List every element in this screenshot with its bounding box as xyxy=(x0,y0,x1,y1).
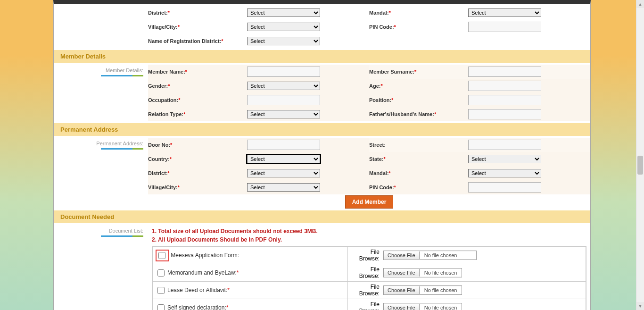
file-status: No file chosen xyxy=(420,304,462,310)
door-label: Door No:* xyxy=(148,142,247,148)
file-browse-label: File Browse: xyxy=(347,282,380,299)
file-input[interactable]: Choose FileNo file chosen xyxy=(383,268,462,277)
file-input[interactable]: Choose FileNo file chosen xyxy=(383,285,462,295)
district-select[interactable]: Select xyxy=(247,8,320,17)
age-label: Age:* xyxy=(369,83,468,89)
add-member-button[interactable]: Add Member xyxy=(345,195,394,209)
age-input[interactable] xyxy=(468,81,541,91)
mandal-label: Mandal:* xyxy=(369,10,468,16)
member-surname-label: Member Surname:* xyxy=(369,69,468,75)
regdist-select[interactable]: Select xyxy=(247,37,320,45)
village-select[interactable]: Select xyxy=(247,23,320,31)
occupation-label: Occupation:* xyxy=(148,97,247,103)
doc-row-name: Meeseva Application Form: xyxy=(152,246,347,264)
country-label: Country:* xyxy=(148,156,247,162)
member-surname-input[interactable] xyxy=(468,67,541,77)
scroll-up-arrow[interactable]: ▲ xyxy=(636,0,644,8)
member-side-col: Member Details: xyxy=(54,63,148,123)
relation-select[interactable]: Select xyxy=(247,110,320,118)
file-upload-cell: Choose FileNo file chosen xyxy=(380,299,586,310)
file-upload-cell: Choose FileNo file chosen xyxy=(380,246,586,264)
doc-needed-header: Document Needed xyxy=(54,210,590,223)
street-label: Street: xyxy=(369,142,468,148)
position-input[interactable] xyxy=(468,95,541,105)
perm-mandal-select[interactable]: Select xyxy=(468,169,541,177)
doc-row: Self signed declaration:*File Browse:Cho… xyxy=(152,299,586,310)
doc-row: Memorandum and ByeLaw:*File Browse:Choos… xyxy=(152,264,586,282)
member-details-header: Member Details xyxy=(54,50,590,63)
fathhus-label: Father's/Husband's Name:* xyxy=(369,111,468,117)
file-input[interactable]: Choose FileNo file chosen xyxy=(383,303,462,310)
perm-pin-input[interactable] xyxy=(468,182,541,193)
doc-checkbox[interactable] xyxy=(157,269,165,276)
regdist-label: Name of Registration District:* xyxy=(148,38,247,44)
member-name-label: Member Name:* xyxy=(148,69,247,75)
district-label: District:* xyxy=(148,10,247,16)
perm-district-select[interactable]: Select xyxy=(247,169,320,177)
perm-village-label: Village/City:* xyxy=(148,184,247,190)
perm-district-label: District:* xyxy=(148,170,247,176)
relation-label: Relation Type:* xyxy=(148,111,247,117)
occupation-input[interactable] xyxy=(247,95,320,105)
doc-checkbox[interactable] xyxy=(158,252,165,259)
doc-checkbox[interactable] xyxy=(157,304,165,310)
perm-mandal-label: Mandal:* xyxy=(369,170,468,176)
state-select[interactable]: Select xyxy=(468,155,541,163)
file-status: No file chosen xyxy=(420,286,462,294)
scrollbar[interactable]: ▲ ▼ xyxy=(636,0,644,310)
door-input[interactable] xyxy=(247,140,320,150)
file-browse-label: File Browse: xyxy=(347,246,380,264)
position-label: Position:* xyxy=(369,97,468,103)
scroll-thumb[interactable] xyxy=(637,156,643,175)
perm-address-header: Permanent Address xyxy=(54,123,590,136)
doc-table: Meeseva Application Form:File Browse:Cho… xyxy=(152,246,586,310)
choose-file-button[interactable]: Choose File xyxy=(384,251,420,259)
doc-note-2: 2. All Upload Documents Should be in PDF… xyxy=(152,236,586,243)
file-status: No file chosen xyxy=(420,251,476,259)
fathhus-input[interactable] xyxy=(468,109,541,119)
choose-file-button[interactable]: Choose File xyxy=(384,286,420,294)
pin-label: PIN Code:* xyxy=(369,24,468,30)
member-name-input[interactable] xyxy=(247,67,320,77)
state-label: State:* xyxy=(369,156,468,162)
mandal-select[interactable]: Select xyxy=(468,8,541,17)
file-browse-label: File Browse: xyxy=(347,299,380,310)
file-input[interactable]: Choose FileNo file chosen xyxy=(383,251,477,260)
doc-note-1: 1. Total size of all Upload Documents sh… xyxy=(152,228,586,235)
file-status: No file chosen xyxy=(420,269,462,276)
doc-checkbox-highlight xyxy=(156,250,169,261)
scroll-down-arrow[interactable]: ▼ xyxy=(636,302,644,310)
perm-village-select[interactable]: Select xyxy=(247,183,320,192)
choose-file-button[interactable]: Choose File xyxy=(384,304,420,310)
file-upload-cell: Choose FileNo file chosen xyxy=(380,264,586,282)
doc-row-name: Memorandum and ByeLaw:* xyxy=(152,264,347,282)
doc-row: Meeseva Application Form:File Browse:Cho… xyxy=(152,246,586,264)
perm-side-col: Permanent Address: xyxy=(54,136,148,210)
choose-file-button[interactable]: Choose File xyxy=(384,269,420,276)
gender-select[interactable]: Select xyxy=(247,82,320,90)
pin-input[interactable] xyxy=(468,22,541,32)
file-upload-cell: Choose FileNo file chosen xyxy=(380,282,586,299)
doc-row-name: Self signed declaration:* xyxy=(152,299,347,310)
perm-pin-label: PIN Code:* xyxy=(369,184,468,190)
doc-checkbox[interactable] xyxy=(157,287,165,294)
doc-side-col: Document List: xyxy=(54,223,148,310)
village-label: Village/City:* xyxy=(148,24,247,30)
top-section-side xyxy=(54,4,148,50)
doc-row-name: Lease Deed or Affidavit:* xyxy=(152,282,347,299)
gender-label: Gender:* xyxy=(148,83,247,89)
file-browse-label: File Browse: xyxy=(347,264,380,282)
street-input[interactable] xyxy=(468,140,541,150)
country-select[interactable]: Select xyxy=(247,155,320,163)
doc-row: Lease Deed or Affidavit:*File Browse:Cho… xyxy=(152,282,586,299)
